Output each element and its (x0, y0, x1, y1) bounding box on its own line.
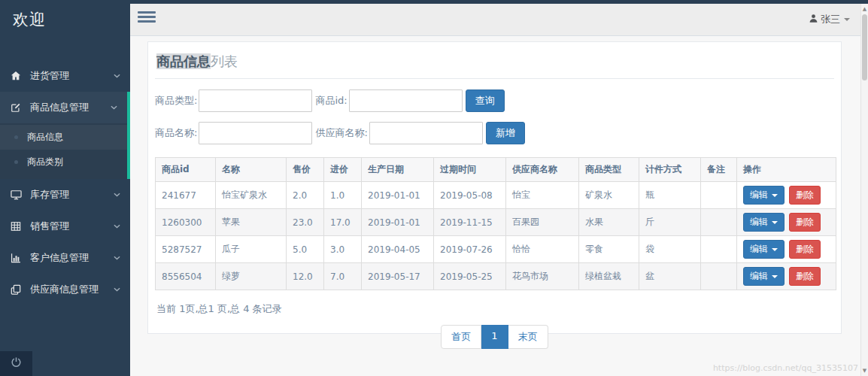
sidebar-menu-group: 销售管理 (0, 211, 130, 242)
user-menu[interactable]: 张三 (809, 4, 850, 35)
page-title-rest: 列表 (211, 53, 238, 69)
table-cell: 瓶 (639, 182, 701, 209)
edit-button[interactable]: 编辑 (743, 186, 785, 205)
hamburger-icon (138, 11, 156, 14)
table-cell: 12.0 (287, 263, 324, 290)
main-content: 商品信息列表 商品类型: 商品id: 查询 商品名称: 供应商名称: 新增 商品… (130, 36, 868, 376)
table-cell (701, 236, 737, 263)
topbar: 张三 (130, 4, 868, 36)
delete-button[interactable]: 删除 (789, 186, 821, 205)
sidebar-footer (0, 351, 130, 376)
table-cell: 5.0 (287, 236, 324, 263)
table-cell: 恰恰 (506, 236, 579, 263)
scroll-up-icon[interactable]: ▲ (861, 6, 868, 12)
edit-button[interactable]: 编辑 (743, 213, 785, 232)
user-icon (809, 14, 818, 26)
table-cell (701, 209, 737, 236)
sidebar-item[interactable]: 销售管理 (0, 211, 130, 242)
product-name-input[interactable] (199, 122, 312, 144)
table-cell: 2019-04-05 (362, 236, 434, 263)
table-cell: 2019-05-08 (434, 182, 506, 209)
app-window: 欢迎 进货管理商品信息管理商品信息商品类别库存管理销售管理客户信息管理供应商信息… (0, 0, 868, 376)
product-table: 商品id名称售价进价生产日期过期时间供应商名称商品类型计件方式备注操作 2416… (155, 157, 836, 290)
delete-button[interactable]: 删除 (789, 213, 821, 232)
sidebar-menu-group: 库存管理 (0, 179, 130, 211)
chevron-down-icon (772, 194, 778, 197)
table-cell: 2019-11-15 (434, 209, 506, 236)
column-header: 供应商名称 (506, 158, 579, 182)
sidebar-menu-group: 进货管理 (0, 60, 130, 92)
table-cell: 2.0 (287, 182, 324, 209)
table-cell: 2019-05-17 (362, 263, 434, 290)
sidebar-menu-group: 客户信息管理 (0, 242, 130, 274)
table-cell: 17.0 (324, 209, 362, 236)
actions-cell: 编辑删除 (737, 182, 836, 209)
scrollbar-thumb[interactable] (862, 14, 867, 80)
product-id-input[interactable] (349, 89, 463, 112)
table-cell (701, 182, 737, 209)
sidebar-item[interactable]: 供应商信息管理 (0, 274, 130, 305)
table-cell: 零食 (579, 236, 639, 263)
current-page-button[interactable]: 1 (481, 325, 508, 349)
actions-cell: 编辑删除 (737, 209, 836, 236)
last-page-button[interactable]: 末页 (508, 325, 548, 349)
username-label: 张三 (821, 13, 840, 26)
table-cell: 矿泉水 (579, 182, 639, 209)
table-cell: 2019-07-26 (434, 236, 506, 263)
table-cell: 23.0 (287, 209, 324, 236)
top-strip (0, 0, 868, 4)
desktop-icon (10, 190, 29, 200)
edit-button[interactable]: 编辑 (743, 240, 785, 259)
sidebar-subitem-label: 商品信息 (27, 131, 63, 144)
sidebar-item[interactable]: 进货管理 (0, 60, 130, 92)
table-cell: 怡宝 (506, 182, 579, 209)
supplier-name-input[interactable] (369, 122, 483, 144)
edit-icon (10, 102, 29, 113)
vertical-scrollbar[interactable]: ▲ ▼ (860, 4, 868, 376)
chevron-down-icon (772, 221, 778, 224)
column-header: 售价 (287, 158, 324, 182)
product-type-input[interactable] (199, 89, 312, 112)
search-form-row-1: 商品类型: 商品id: 查询 (155, 89, 834, 112)
edit-button[interactable]: 编辑 (743, 267, 785, 286)
sidebar-item-label: 供应商信息管理 (29, 283, 114, 296)
sidebar-item[interactable]: 库存管理 (0, 179, 130, 211)
column-header: 操作 (737, 158, 836, 182)
power-icon (11, 356, 22, 371)
table-row: 1260300苹果23.017.02019-01-012019-11-15百果园… (156, 209, 836, 236)
table-cell: 苹果 (216, 209, 287, 236)
sidebar-subitem-label: 商品类别 (27, 156, 63, 168)
query-button[interactable]: 查询 (466, 89, 505, 112)
column-header: 计件方式 (639, 158, 701, 182)
column-header: 名称 (216, 158, 287, 182)
sidebar-subitem[interactable]: 商品类别 (0, 150, 127, 174)
sidebar-subitem[interactable]: 商品信息 (0, 125, 127, 150)
chevron-down-icon (114, 256, 124, 260)
logout-button[interactable] (0, 351, 32, 376)
table-cell: 绿植盆栽 (579, 263, 639, 290)
sidebar-item[interactable]: 客户信息管理 (0, 242, 130, 274)
table-cell: 袋 (639, 236, 701, 263)
chevron-down-icon (114, 224, 124, 229)
column-header: 备注 (701, 158, 737, 182)
scroll-down-icon[interactable]: ▼ (861, 368, 868, 374)
actions-cell: 编辑删除 (737, 263, 836, 290)
menu-toggle-button[interactable] (138, 11, 156, 25)
table-cell: 5287527 (156, 236, 216, 263)
chevron-down-icon (111, 105, 121, 110)
product-id-label: 商品id: (315, 94, 347, 108)
first-page-button[interactable]: 首页 (441, 325, 481, 349)
table-header-row: 商品id名称售价进价生产日期过期时间供应商名称商品类型计件方式备注操作 (156, 158, 836, 182)
table-cell: 7.0 (324, 263, 362, 290)
table-cell: 8556504 (156, 263, 216, 290)
delete-button[interactable]: 删除 (789, 267, 821, 286)
table-cell: 绿萝 (216, 263, 287, 290)
column-header: 生产日期 (362, 158, 434, 182)
table-body: 241677怡宝矿泉水2.01.02019-01-012019-05-08怡宝矿… (156, 182, 836, 290)
sidebar-item[interactable]: 商品信息管理 (0, 92, 127, 123)
sidebar-item-label: 销售管理 (29, 220, 114, 233)
table-icon (10, 221, 29, 232)
page-title-strong: 商品信息 (156, 53, 211, 69)
add-button[interactable]: 新增 (486, 122, 525, 144)
delete-button[interactable]: 删除 (789, 240, 821, 259)
